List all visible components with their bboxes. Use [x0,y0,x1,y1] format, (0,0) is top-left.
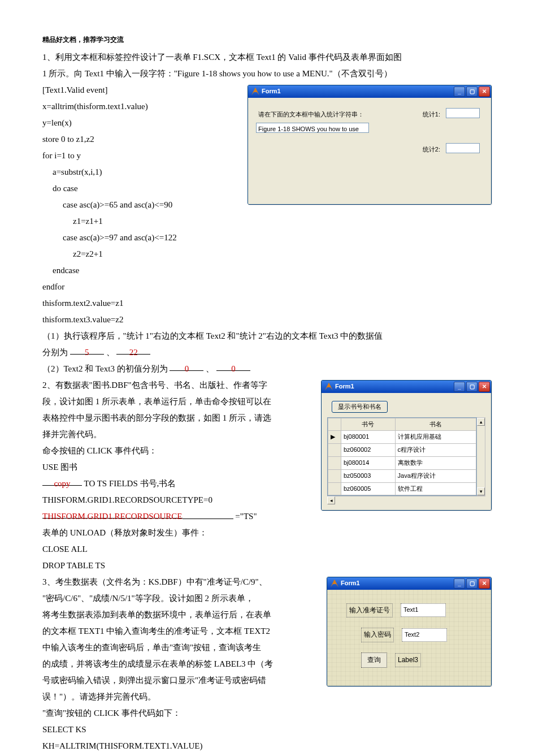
code-line-blank2: THISFORM.GRID1.RECORDSOURCE ="TS" [42,509,492,524]
answer-3: 0 [185,361,189,377]
books-grid[interactable]: 书号 书名 ▶bj080001计算机应用基础 bz060002c程序设计 bj0… [327,417,477,496]
q3-line: "查询"按钮的 CLICK 事件代码如下： [42,706,492,721]
cell[interactable]: 计算机应用基础 [395,431,476,444]
cell[interactable]: 软件工程 [395,482,476,495]
answer-2: 22 [129,345,138,360]
table-row: bj080014离散数学 [328,456,476,469]
question-1: 1、利用文本框和标签控件设计了一表单 F1.SCX，文本框 Text1 的 Va… [42,50,492,378]
show-books-button[interactable]: 显示书号和书名 [332,401,388,413]
question-2: Form1 _ ▢ ✕ 显示书号和书名 书号 书 [42,378,492,574]
cell[interactable]: bz050003 [341,469,396,482]
code-line: z2=z2+1 [42,247,492,262]
cell[interactable]: bz060002 [341,444,396,457]
close-button[interactable]: ✕ [479,87,490,97]
q1-intro-line1: 1、利用文本框和标签控件设计了一表单 F1.SCX，文本框 Text1 的 Va… [42,50,492,65]
code-line: z1=z1+1 [42,214,492,229]
label3: Label3 [395,653,421,668]
window-titlebar[interactable]: Form1 _ ▢ ✕ [327,577,491,590]
maximize-button[interactable]: ▢ [466,382,477,392]
table-row: ▶bj080001计算机应用基础 [328,431,476,444]
text: ="TS" [235,512,257,521]
table-row: bz060002c程序设计 [328,444,476,457]
scroll-down-button[interactable]: ▾ [477,487,485,495]
minimize-button[interactable]: _ [454,87,465,97]
cell[interactable]: bj080001 [341,431,396,444]
maximize-button[interactable]: ▢ [466,578,477,589]
code-line: CLOSE ALL [42,542,492,557]
code-line: SELECT KS [42,722,492,737]
cell[interactable]: Java程序设计 [395,469,476,482]
vfp-icon [325,383,333,391]
answer-copy: copy [54,476,70,491]
code-line: thisform.text2.value=z1 [42,296,492,311]
q2-unload-intro: 表单的 UNLOAD（释放对象时发生）事件： [42,525,492,541]
code-line: endcase [42,263,492,278]
code-line: case asc(a)>=97 and asc(a)<=122 [42,230,492,245]
vfp-icon [331,580,338,587]
q1-sub2: （2）Text2 和 Text3 的初值分别为 0 、 0 [42,361,492,377]
code-line: KH=ALLTRIM(THISFORM.TEXT1.VALUE) [42,738,492,754]
row-header [328,418,341,431]
q3-line: 误！"）。请选择并完善代码。 [42,689,492,705]
scroll-up-button[interactable]: ▴ [477,418,485,426]
table-row: bz050003Java程序设计 [328,469,476,482]
window-title: Form1 [341,578,360,589]
window-title: Form1 [335,381,354,392]
question-3: Form1 _ ▢ ✕ 输入准考证号 Text1 输入密码 Text2 [42,574,492,755]
q3-form1-window: Form1 _ ▢ ✕ 输入准考证号 Text1 输入密码 Text2 [327,577,492,687]
answer-4: 0 [231,361,236,377]
cell[interactable]: c程序设计 [395,444,476,457]
window-titlebar[interactable]: Form1 _ ▢ ✕ [322,381,491,393]
label-password: 输入密码 [361,628,394,642]
vfp-icon [251,88,259,96]
col-header-id[interactable]: 书号 [341,418,396,431]
close-button[interactable]: ✕ [479,578,490,589]
cell[interactable]: bj080014 [341,456,396,469]
scroll-left-button[interactable]: ◂ [327,496,335,504]
code-line: thisform.text3.value=z2 [42,312,492,327]
text1-input[interactable]: Text1 [401,603,446,617]
query-button[interactable]: 查询 [361,653,387,668]
stat1-label: 统计1: [423,109,440,120]
minimize-button[interactable]: _ [454,382,465,392]
prompt-label: 请在下面的文本框中输入统计字符串： [258,109,364,120]
answer-1: 5 [85,345,89,360]
text: 、 [106,348,115,357]
col-header-name[interactable]: 书名 [395,418,476,431]
window-title: Form1 [262,86,281,97]
input-textbox[interactable]: Figure 1-18 SHOWS you how to use [256,123,369,133]
text: 、 [206,364,214,373]
text: （2）Text2 和 Text3 的初值分别为 [42,364,168,373]
label-id: 输入准考证号 [346,603,393,618]
answer-recordsource: THISFORM.GRID1.RECORDSOURCE [42,509,183,524]
q1-intro-line2: 1 所示。向 Text1 中输入一段字符："Figure 1-18 shows … [42,66,492,81]
stat2-label: 统计2: [423,144,440,155]
text2-input[interactable]: Text2 [402,628,447,642]
close-button[interactable]: ✕ [479,382,490,392]
stat1-textbox[interactable] [446,108,480,118]
maximize-button[interactable]: ▢ [466,87,477,97]
q1-sub1-line2: 分别为 5 、 22 [42,345,492,360]
cell[interactable]: 离散数学 [395,456,476,469]
q1-form1-window: Form1 _ ▢ ✕ 请在下面的文本框中输入统计字符串： 统计1: Figur… [248,85,492,205]
stat2-textbox[interactable] [446,143,480,153]
q2-form1-window: Form1 _ ▢ ✕ 显示书号和书名 书号 书 [321,380,492,511]
page-header-note: 精品好文档，推荐学习交流 [42,34,492,46]
code-line: endfor [42,279,492,295]
text: TO TS FIELDS 书号,书名 [84,479,176,488]
cell[interactable]: bz060005 [341,482,396,495]
q1-sub1-line1: （1）执行该程序后，"统计 1"右边的文本框 Text2 和"统计 2"右边的文… [42,329,492,344]
text: 分别为 [42,348,68,357]
table-row: bz060005软件工程 [328,482,476,495]
window-titlebar[interactable]: Form1 _ ▢ ✕ [248,85,491,98]
code-line: DROP TABLE TS [42,558,492,573]
minimize-button[interactable]: _ [454,578,465,589]
